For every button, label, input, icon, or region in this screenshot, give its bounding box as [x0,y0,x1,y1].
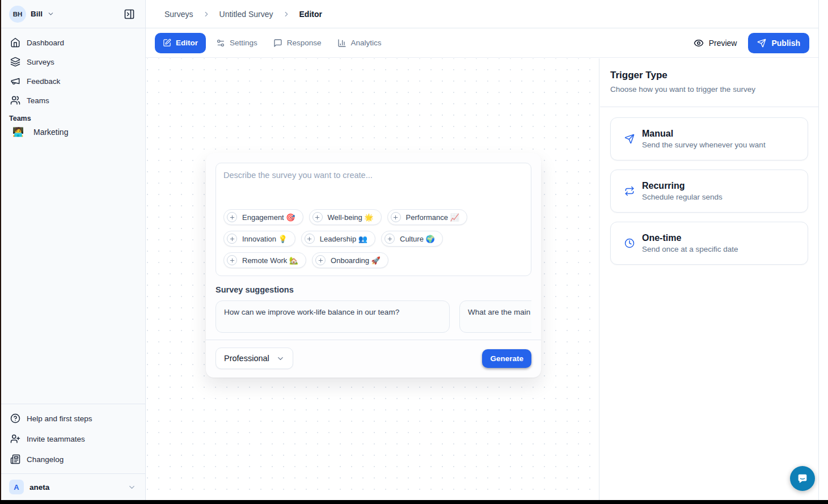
chat-launcher-button[interactable] [790,466,815,491]
app-window: BH Bill Dashboard Surveys Feedback T [0,0,828,504]
app-right-border [818,0,819,500]
chip-well-being[interactable]: Well-being 🌟 [309,209,382,225]
chip-remote-work[interactable]: Remote Work 🏡 [223,252,306,268]
chip-engagement[interactable]: Engagement 🎯 [223,209,303,225]
team-label: Marketing [33,128,68,137]
chip-label: Engagement 🎯 [242,213,295,222]
tab-response[interactable]: Response [268,33,327,53]
sidebar-toggle-button[interactable] [121,6,137,22]
account-menu[interactable]: A aneta [0,473,145,500]
help-circle-icon [10,413,20,423]
survey-composer-card: Engagement 🎯 Well-being 🌟 Performance 📈 … [206,153,541,378]
generate-button[interactable]: Generate [482,349,531,368]
trigger-option-description: Send the survey whenever you want [642,141,766,149]
chip-label: Leadership 👥 [320,235,367,243]
breadcrumb-untitled-survey[interactable]: Untitled Survey [219,10,273,19]
sidebar-item-dashboard[interactable]: Dashboard [5,33,141,52]
trigger-option-text: One-time Send once at a specific date [642,233,738,253]
chip-performance[interactable]: Performance 📈 [387,209,467,225]
tab-label: Analytics [351,39,382,47]
trigger-option-recurring[interactable]: Recurring Schedule regular sends [610,170,808,213]
account-avatar: A [9,480,24,494]
sidebar-item-label: Surveys [27,58,54,66]
chip-label: Well-being 🌟 [328,213,374,222]
chip-innovation[interactable]: Innovation 💡 [223,231,295,247]
trigger-option-description: Schedule regular sends [642,193,723,201]
chip-leadership[interactable]: Leadership 👥 [301,231,375,247]
breadcrumb-surveys[interactable]: Surveys [164,10,193,19]
trigger-option-description: Send once at a specific date [642,245,738,253]
clock-icon [624,238,635,248]
trigger-option-text: Recurring Schedule regular sends [642,181,723,201]
sidebar-item-label: Changelog [27,455,64,464]
workspace-switcher[interactable]: BH Bill [0,0,145,28]
account-name: aneta [29,483,49,492]
panel-subtitle: Choose how you want to trigger the surve… [610,85,808,94]
tone-select[interactable]: Professional [216,348,293,369]
survey-suggestions: Survey suggestions How can we improve wo… [206,276,541,340]
sidebar-item-changelog[interactable]: Changelog [5,449,141,469]
plus-icon [227,255,237,265]
publish-button[interactable]: Publish [748,33,809,53]
plus-icon [227,212,237,222]
sidebar-team-marketing[interactable]: 🧑‍💻 Marketing [5,124,141,141]
chip-onboarding[interactable]: Onboarding 🚀 [312,252,388,268]
prompt-box: Engagement 🎯 Well-being 🌟 Performance 📈 … [216,163,531,276]
panel-title: Trigger Type [610,70,808,81]
plus-icon [312,212,323,222]
suggestions-title: Survey suggestions [216,285,531,294]
chevron-right-icon [282,10,290,18]
trigger-option-one-time[interactable]: One-time Send once at a specific date [610,222,808,265]
panel-toggle-icon [124,9,135,20]
teams-section-label: Teams [0,110,145,124]
sidebar-item-teams[interactable]: Teams [5,91,141,110]
tab-settings[interactable]: Settings [210,33,263,53]
repeat-icon [624,186,635,196]
suggestion-card[interactable]: How can we improve work-life balance in … [216,300,450,333]
trigger-option-text: Manual Send the survey whenever you want [642,129,766,149]
trigger-option-manual[interactable]: Manual Send the survey whenever you want [610,117,808,160]
suggestion-card[interactable]: What are the main ob [459,300,531,333]
layers-icon [10,57,20,67]
tab-editor[interactable]: Editor [155,33,206,53]
screen-edge-bottom [0,500,828,504]
screen-edge-left [0,0,1,504]
sidebar-item-help[interactable]: Help and first steps [5,408,141,429]
chat-bubble-icon [796,472,809,485]
plus-icon [385,234,395,244]
plus-icon [315,255,326,265]
message-square-icon [273,39,282,48]
chevron-right-icon [202,10,210,18]
plus-icon [305,234,315,244]
suggestions-row: How can we improve work-life balance in … [216,300,531,333]
home-icon [10,37,20,48]
sidebar-item-label: Feedback [27,77,60,86]
send-icon [624,134,635,144]
chevron-down-icon [47,10,54,18]
trigger-option-title: Manual [642,129,766,139]
sidebar-item-feedback[interactable]: Feedback [5,71,141,91]
sidebar-item-invite[interactable]: Invite teammates [5,429,141,449]
survey-description-input[interactable] [223,171,523,204]
bar-chart-icon [337,39,347,48]
tab-bar: Editor Settings Response Analytics Previ… [146,28,818,58]
chip-culture[interactable]: Culture 🌍 [381,231,443,247]
trigger-type-panel: Trigger Type Choose how you want to trig… [600,58,818,500]
tab-analytics[interactable]: Analytics [332,33,387,53]
sidebar: BH Bill Dashboard Surveys Feedback T [0,0,146,500]
workspace-name: Bill [31,10,43,18]
sidebar-item-surveys[interactable]: Surveys [5,52,141,71]
workspace-avatar: BH [9,6,26,23]
sidebar-footer-nav: Help and first steps Invite teammates Ch… [0,404,145,473]
users-icon [10,95,20,105]
trigger-option-title: Recurring [642,181,723,191]
trigger-panel-header: Trigger Type Choose how you want to trig… [600,58,818,107]
sidebar-nav: Dashboard Surveys Feedback Teams [0,28,145,110]
topic-chips: Engagement 🎯 Well-being 🌟 Performance 📈 … [223,209,523,268]
team-emoji-icon: 🧑‍💻 [12,128,24,137]
preview-button[interactable]: Preview [694,38,737,48]
composer-footer: Professional Generate [206,340,541,378]
chip-label: Innovation 💡 [242,235,288,243]
tone-value: Professional [224,354,269,363]
tab-label: Editor [176,39,198,47]
